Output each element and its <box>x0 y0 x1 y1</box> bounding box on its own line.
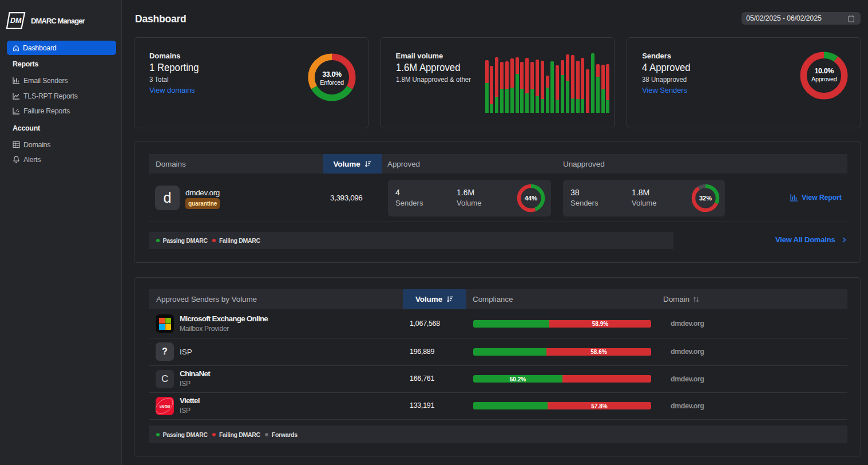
svg-text:32%: 32% <box>699 195 712 202</box>
svg-text:DM: DM <box>10 17 22 25</box>
svg-text:44%: 44% <box>525 195 537 202</box>
svg-text:viettel: viettel <box>160 404 171 408</box>
